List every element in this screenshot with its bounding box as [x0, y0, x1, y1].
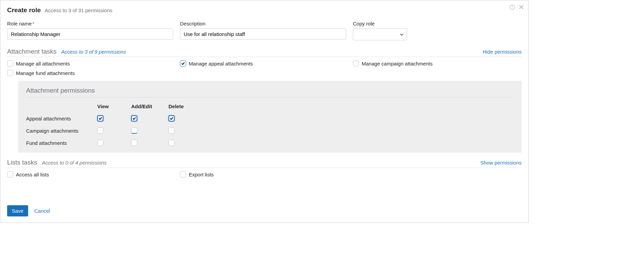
- chevron-down-icon: [400, 34, 403, 36]
- task-access-all-lists: Access all lists: [7, 171, 180, 177]
- attachment-tasks-header: Attachment tasks Access to 3 of 9 permis…: [7, 48, 522, 57]
- attachment-tasks-row2: Manage fund attachments: [7, 70, 522, 76]
- modal-subtitle: Access to 3 of 31 permissions: [45, 7, 112, 13]
- required-asterisk: *: [33, 21, 35, 26]
- row-fund-attachments: Fund attachments: [26, 140, 97, 146]
- col-head-view: View: [97, 103, 131, 109]
- modal-footer: Save Cancel: [7, 205, 50, 216]
- role-name-input[interactable]: [7, 28, 173, 40]
- role-name-label: Role name*: [7, 21, 173, 26]
- label-manage-fund-attachments: Manage fund attachments: [16, 70, 75, 76]
- cb-appeal-view[interactable]: [97, 115, 103, 121]
- lists-tasks-row: Access all lists Export lists: [7, 171, 522, 177]
- task-manage-campaign-attachments: Manage campaign attachments: [353, 60, 526, 66]
- lists-tasks-title: Lists tasks: [7, 159, 37, 166]
- row-campaign-attachments: Campaign attachments: [26, 128, 97, 134]
- cb-appeal-delete[interactable]: [168, 115, 175, 121]
- attachment-permissions-panel: Attachment permissions View Add/Edit Del…: [18, 81, 522, 153]
- cb-fund-view[interactable]: [97, 140, 103, 146]
- close-icon[interactable]: [519, 5, 524, 9]
- cb-fund-addedit[interactable]: [131, 140, 137, 146]
- cb-campaign-delete[interactable]: [168, 128, 175, 134]
- attachment-tasks-title: Attachment tasks: [7, 48, 57, 55]
- svg-text:?: ?: [511, 5, 513, 9]
- col-head-delete: Delete: [168, 103, 202, 109]
- label-export-lists: Export lists: [189, 172, 214, 177]
- form-row: Role name* Description Copy role: [7, 21, 522, 40]
- attachment-permissions-title: Attachment permissions: [26, 87, 514, 97]
- checkbox-manage-appeal-attachments[interactable]: [180, 60, 186, 66]
- modal-title: Create role: [7, 6, 41, 14]
- task-manage-all-attachments: Manage all attachments: [7, 60, 180, 66]
- label-manage-all-attachments: Manage all attachments: [16, 61, 70, 66]
- col-head-addedit: Add/Edit: [131, 103, 168, 109]
- task-manage-appeal-attachments: Manage appeal attachments: [180, 60, 353, 66]
- label-manage-appeal-attachments: Manage appeal attachments: [189, 61, 253, 66]
- hide-permissions-link[interactable]: Hide permissions: [483, 49, 522, 55]
- checkbox-manage-fund-attachments[interactable]: [7, 70, 13, 76]
- copy-role-select[interactable]: [353, 28, 407, 40]
- lists-tasks-header: Lists tasks Access to 0 of 4 permissions…: [7, 159, 522, 168]
- description-input[interactable]: [180, 28, 346, 40]
- description-label: Description: [180, 21, 346, 26]
- role-name-group: Role name*: [7, 21, 173, 40]
- cancel-button[interactable]: Cancel: [34, 208, 50, 214]
- attachment-tasks-row1: Manage all attachments Manage appeal att…: [7, 60, 522, 66]
- modal-header: Create role Access to 3 of 31 permission…: [7, 6, 522, 14]
- cb-campaign-addedit[interactable]: [131, 128, 137, 134]
- label-access-all-lists: Access all lists: [16, 172, 49, 177]
- copy-role-label: Copy role: [353, 21, 407, 26]
- task-export-lists: Export lists: [180, 171, 353, 177]
- cb-appeal-addedit[interactable]: [131, 115, 137, 121]
- help-icon[interactable]: ?: [509, 4, 515, 10]
- cb-campaign-view[interactable]: [97, 128, 103, 134]
- cb-fund-delete[interactable]: [168, 140, 175, 146]
- attachment-tasks-subtitle: Access to 3 of 9 permissions: [61, 49, 126, 55]
- checkbox-export-lists[interactable]: [180, 171, 186, 177]
- checkbox-access-all-lists[interactable]: [7, 171, 13, 177]
- row-appeal-attachments: Appeal attachments: [26, 116, 97, 121]
- checkbox-manage-campaign-attachments[interactable]: [353, 60, 359, 66]
- header-icons: ?: [509, 4, 524, 10]
- copy-role-group: Copy role: [353, 21, 407, 40]
- permissions-grid: View Add/Edit Delete Appeal attachments …: [26, 103, 514, 146]
- checkbox-manage-all-attachments[interactable]: [7, 60, 13, 66]
- task-manage-fund-attachments: Manage fund attachments: [7, 70, 180, 76]
- save-button[interactable]: Save: [7, 205, 28, 216]
- description-group: Description: [180, 21, 346, 40]
- lists-tasks-subtitle: Access to 0 of 4 permissions: [42, 160, 107, 166]
- label-manage-campaign-attachments: Manage campaign attachments: [362, 61, 432, 66]
- show-permissions-link[interactable]: Show permissions: [480, 160, 522, 166]
- create-role-modal: Create role Access to 3 of 31 permission…: [0, 0, 529, 223]
